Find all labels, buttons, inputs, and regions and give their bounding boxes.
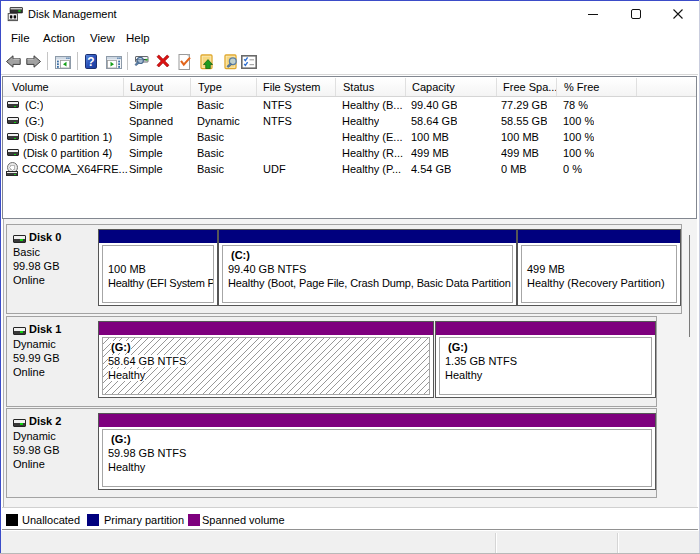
svg-text:?: ? xyxy=(87,55,94,69)
